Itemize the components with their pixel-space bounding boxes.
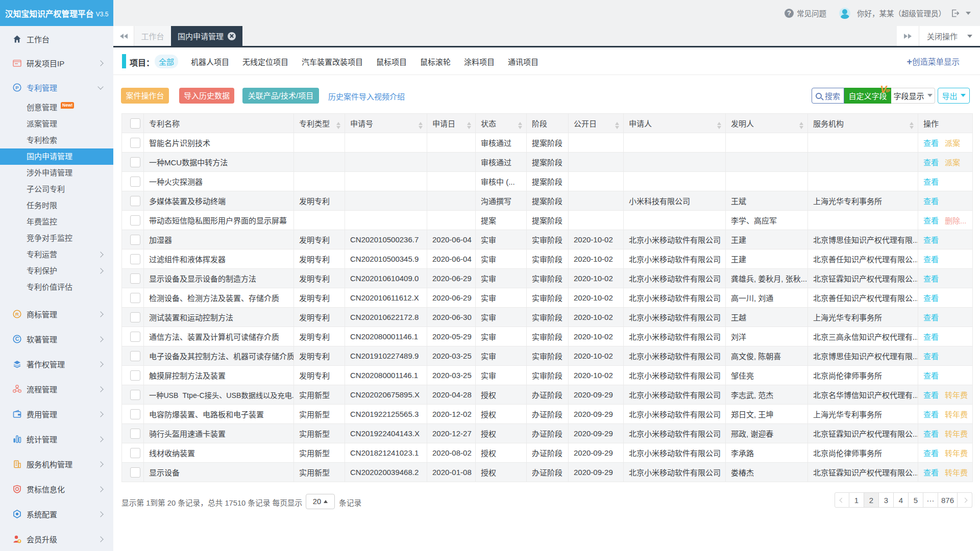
- svg-text:P: P: [15, 85, 19, 90]
- svg-text:C: C: [15, 336, 19, 342]
- svg-text:R: R: [15, 311, 19, 317]
